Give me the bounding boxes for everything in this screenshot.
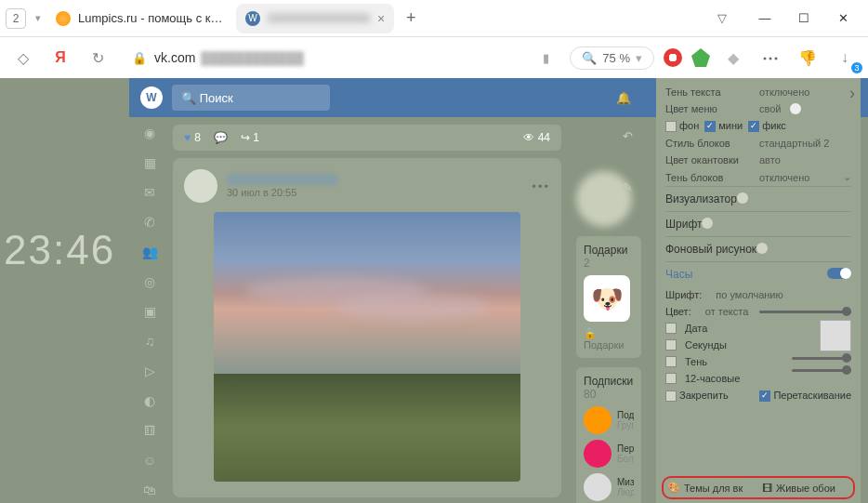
close-button[interactable]: ✕ — [823, 5, 862, 33]
gift-item[interactable]: 🐶 — [584, 275, 630, 322]
chevron-down-icon[interactable]: ⌄ — [843, 171, 851, 183]
chk-drag[interactable]: Перетаскивание — [759, 390, 851, 402]
search-input[interactable]: 🔍 Поиск — [172, 85, 330, 111]
profile-avatar-blur[interactable] — [576, 171, 632, 227]
gifts-more[interactable]: 🔒 Подарки — [584, 327, 634, 351]
nav-profile-icon[interactable]: ◉ — [141, 125, 158, 141]
extension-settings-panel: › Тень текстаотключено Цвет менюсвой фон… — [656, 78, 861, 503]
nav-stickers-icon[interactable]: ☺ — [141, 452, 158, 469]
clock-color[interactable]: от текста — [705, 306, 748, 317]
yandex-icon[interactable]: Я — [46, 44, 74, 72]
color-swatch[interactable] — [820, 320, 851, 351]
views-count: 44 — [538, 131, 550, 144]
chevron-down-icon[interactable]: ▾ — [35, 12, 41, 24]
tab-title: Lumpics.ru - помощь с ком — [78, 11, 223, 25]
adblock-icon[interactable] — [664, 48, 682, 67]
like-icon[interactable]: ♥ — [184, 131, 191, 144]
nav-calls-icon[interactable]: ✆ — [141, 214, 158, 231]
tab-count[interactable]: 2 — [6, 8, 26, 29]
nav-groups-icon[interactable]: ◎ — [141, 273, 158, 290]
nav-games-icon[interactable]: ⚅ — [141, 422, 158, 439]
post-avatar[interactable] — [184, 169, 217, 203]
post-date: 30 июл в 20:55 — [227, 187, 338, 198]
setting-text-shadow: Тень текста — [665, 86, 754, 98]
setting-block-style: Стиль блоков — [665, 138, 754, 149]
chk-12h[interactable]: 12-часовые — [665, 370, 786, 387]
extension-gray-icon[interactable]: ◆ — [719, 44, 747, 72]
chk-mini[interactable]: мини — [704, 120, 743, 132]
nav-market-icon[interactable]: 🛍 — [141, 482, 158, 498]
nav-photos-icon[interactable]: ▣ — [141, 303, 158, 320]
nav-clips-icon[interactable]: ◐ — [141, 392, 158, 409]
lock-icon: 🔒 — [132, 51, 147, 65]
vk-sidebar: ◉ ▦ ✉ ✆ 👥 ◎ ▣ ♫ ▷ ◐ ⚅ ☺ 🛍 ⊞ ⊕ ₽ — [141, 125, 164, 503]
setting-border-color: Цвет окантовки — [665, 154, 754, 165]
sub-item[interactable]: МизанЛюди — [584, 473, 634, 501]
comment-icon[interactable]: 💬 — [214, 131, 228, 144]
post-menu-icon[interactable]: ••• — [532, 179, 550, 193]
tab-lumpics[interactable]: Lumpics.ru - помощь с ком — [46, 4, 232, 33]
subscriptions-widget: Подписки 80 ПодслГрупп ПервБоль МизанЛюд… — [576, 367, 641, 503]
back-icon[interactable]: ↶ — [623, 129, 641, 143]
section-visualizer[interactable]: Визуализатор — [665, 186, 851, 211]
feedback-icon[interactable]: 👎 — [794, 44, 822, 72]
url-field[interactable]: 🔒 vk.com ████████████ ▮ — [121, 43, 560, 73]
themes-button[interactable]: 🎨 Темы для вк — [667, 482, 755, 494]
clock-font[interactable]: по умолчанию — [716, 289, 783, 300]
tab-title-blur — [268, 13, 370, 23]
nav-messenger-icon[interactable]: ✉ — [141, 184, 158, 201]
sub-item[interactable]: ПодслГрупп — [584, 406, 634, 434]
chk-shadow[interactable]: Тень — [665, 353, 786, 370]
maximize-button[interactable]: ☐ — [784, 5, 823, 33]
minimize-button[interactable]: — — [745, 5, 784, 33]
section-font[interactable]: Шрифт — [665, 211, 851, 236]
post-author[interactable] — [227, 174, 338, 185]
tab-favicon — [56, 11, 71, 26]
right-column: Подарки 2 🐶 🔒 Подарки Подписки 80 ПодслГ… — [576, 171, 641, 503]
chk-fix[interactable]: фикс — [748, 120, 786, 132]
page-bookmark-icon[interactable]: ▮ — [543, 51, 549, 65]
live-wallpaper-button[interactable]: 🎞 Живые обои — [762, 482, 849, 494]
section-bgimg[interactable]: Фоновый рисунок — [665, 236, 851, 261]
url-path-blur: ████████████ — [201, 51, 304, 65]
slider-2[interactable] — [792, 369, 851, 372]
address-bar: ◇ Я ↻ 🔒 vk.com ████████████ ▮ 🔍75 %▾ ◆ ⋯… — [0, 37, 868, 78]
share-icon[interactable]: ↪ — [241, 131, 250, 144]
desktop-clock[interactable]: 23:46 — [4, 227, 115, 273]
color-dot[interactable] — [790, 103, 801, 114]
views-icon: 👁 — [523, 131, 534, 144]
nav-friends-icon[interactable]: 👥 — [141, 244, 158, 260]
zoom-indicator[interactable]: 🔍75 %▾ — [570, 46, 654, 70]
toggle-clock[interactable] — [827, 268, 851, 279]
setting-checkboxes: фон мини фикс — [665, 117, 851, 135]
vk-logo[interactable]: W — [140, 86, 163, 109]
nav-news-icon[interactable]: ▦ — [141, 154, 158, 171]
slider-1[interactable] — [792, 357, 851, 360]
panel-footer-highlight: 🎨 Темы для вк 🎞 Живые обои — [662, 476, 855, 499]
sub-item[interactable]: ПервБоль — [584, 440, 634, 468]
extension-icon[interactable] — [691, 48, 710, 67]
slider-color[interactable] — [759, 311, 851, 313]
setting-block-shadow: Тень блоков — [665, 172, 754, 183]
close-icon[interactable]: × — [377, 11, 385, 26]
chk-bg[interactable]: фон — [665, 120, 699, 132]
share-count: 1 — [253, 131, 259, 144]
like-count: 8 — [194, 131, 201, 144]
shield-icon[interactable]: ◇ — [9, 44, 37, 72]
section-clock[interactable]: Часы — [665, 261, 851, 286]
post-photo[interactable] — [214, 212, 520, 482]
chk-pin[interactable]: Закрепить — [665, 390, 729, 402]
nav-video-icon[interactable]: ▷ — [141, 363, 158, 379]
downloads-icon[interactable]: ↓ — [831, 44, 859, 72]
chk-seconds[interactable]: Секунды — [665, 337, 786, 353]
chk-date[interactable]: Дата — [665, 320, 786, 337]
bookmark-icon[interactable]: ▽ — [717, 11, 727, 25]
new-tab-button[interactable]: + — [398, 6, 424, 32]
notifications-icon[interactable]: 🔔 — [616, 91, 631, 105]
tab-vk[interactable]: W × — [236, 4, 394, 33]
more-icon[interactable]: ⋯ — [756, 44, 784, 72]
reload-button[interactable]: ↻ — [84, 44, 112, 72]
setting-menu-color: Цвет меню — [665, 103, 754, 114]
nav-music-icon[interactable]: ♫ — [141, 333, 158, 350]
panel-next-icon[interactable]: › — [849, 84, 855, 103]
